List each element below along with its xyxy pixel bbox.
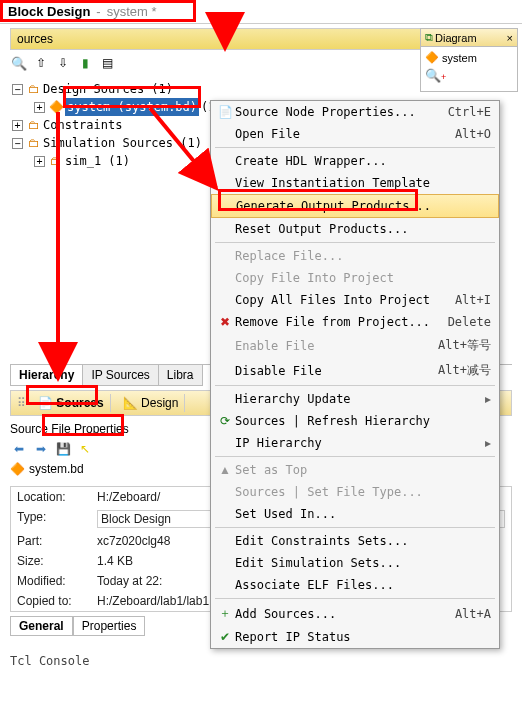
bd-icon: 🔶 [49,98,63,116]
refresh-icon: ⟳ [215,414,235,428]
ctx-report-ip-status[interactable]: ✔Report IP Status [211,626,499,648]
diagram-tab[interactable]: ⧉ Diagram × [421,29,517,47]
zoom-icon[interactable]: 🔍+ [425,68,446,83]
ctx-copy-into-project: Copy File Into Project [211,267,499,289]
prop-part-label: Part: [17,534,97,548]
properties-file-name: system.bd [29,462,84,476]
ctx-open-file[interactable]: Open FileAlt+O [211,123,499,145]
folder-icon: 🗀 [27,116,41,134]
bd-icon: 🔶 [10,462,25,476]
bd-icon: 🔶 [425,51,439,64]
ctx-refresh-hierarchy[interactable]: ⟳Sources | Refresh Hierarchy [211,410,499,432]
ctx-copy-all-files[interactable]: Copy All Files Into ProjectAlt+I [211,289,499,311]
ctx-edit-constraints[interactable]: Edit Constraints Sets... [211,530,499,552]
collapse-toggle[interactable]: − [12,138,23,149]
expand-toggle[interactable]: + [34,102,45,113]
remove-icon: ✖ [215,315,235,329]
separator [215,598,495,599]
folder-icon: 🗀 [27,80,41,98]
diagram-system-label: system [442,52,477,64]
diagram-tab-label: Diagram [435,32,477,44]
tree-label-selected: system (system.bd) [65,98,199,116]
ctx-associate-elf[interactable]: Associate ELF Files... [211,574,499,596]
ctx-remove-file[interactable]: ✖Remove File from Project...Delete [211,311,499,333]
expand-icon[interactable]: ⇩ [54,54,72,72]
prop-copied-label: Copied to: [17,594,97,608]
properties-icon: 📄 [215,105,235,119]
ctx-add-sources[interactable]: ＋Add Sources...Alt+A [211,601,499,626]
save-icon[interactable]: 💾 [54,440,72,458]
tree-label: Simulation Sources (1) [43,134,202,152]
tree-label: Constraints [43,116,122,134]
search-icon[interactable]: 🔍 [10,54,28,72]
diagram-icon: ⧉ [425,31,433,44]
tab-ip-sources[interactable]: IP Sources [82,365,158,386]
tab-libraries[interactable]: Libra [158,365,203,386]
context-menu: 📄Source Node Properties...Ctrl+E Open Fi… [210,100,500,649]
close-icon[interactable]: × [507,32,513,44]
folder-icon: 🗀 [27,134,41,152]
ctx-disable-file[interactable]: Disable FileAlt+减号 [211,358,499,383]
diagram-panel: ⧉ Diagram × 🔶 system 🔍+ [420,28,518,92]
prop-size-label: Size: [17,554,97,568]
ctx-source-node-properties[interactable]: 📄Source Node Properties...Ctrl+E [211,101,499,123]
tcl-console-label: Tcl Console [10,654,512,668]
dash: - [96,4,100,19]
expand-toggle[interactable]: + [12,120,23,131]
ctx-edit-simulation[interactable]: Edit Simulation Sets... [211,552,499,574]
tab-sources[interactable]: 📄 Sources [32,394,111,412]
sources-panel-title: ources [17,32,53,46]
separator [215,527,495,528]
options-icon[interactable]: ▤ [98,54,116,72]
title-bar: Block Design - system * [0,0,522,24]
separator [215,385,495,386]
separator [215,456,495,457]
separator [215,242,495,243]
ctx-replace-file: Replace File... [211,245,499,267]
prop-location-label: Location: [17,490,97,504]
ctx-enable-file: Enable FileAlt+等号 [211,333,499,358]
tree-label: sim_1 (1) [65,152,130,170]
forward-icon[interactable]: ➡ [32,440,50,458]
app-title: Block Design [8,4,90,19]
add-icon[interactable]: ▮ [76,54,94,72]
ctx-view-instantiation[interactable]: View Instantiation Template [211,172,499,194]
ctx-set-used-in[interactable]: Set Used In... [211,503,499,525]
report-icon: ✔ [215,630,235,644]
pointer-icon[interactable]: ↖ [76,440,94,458]
back-icon[interactable]: ⬅ [10,440,28,458]
tab-design[interactable]: 📐 Design [117,394,186,412]
tab-properties[interactable]: Properties [73,616,146,636]
ctx-create-hdl-wrapper[interactable]: Create HDL Wrapper... [211,150,499,172]
file-name: system * [107,4,157,19]
ctx-hierarchy-update[interactable]: Hierarchy Update▸ [211,388,499,410]
ctx-generate-output-products[interactable]: Generate Output Products... [211,194,499,218]
ctx-set-file-type: Sources | Set File Type... [211,481,499,503]
expand-toggle[interactable]: + [34,156,45,167]
diagram-system-row[interactable]: 🔶 system [425,51,513,64]
tree-label: Design Sources (1) [43,80,173,98]
tab-general[interactable]: General [10,616,73,636]
top-icon: ▲ [215,463,235,477]
ctx-set-as-top: ▲Set as Top [211,459,499,481]
collapse-icon[interactable]: ⇧ [32,54,50,72]
ctx-reset-output-products[interactable]: Reset Output Products... [211,218,499,240]
ctx-ip-hierarchy[interactable]: IP Hierarchy▸ [211,432,499,454]
separator [215,147,495,148]
tab-hierarchy[interactable]: Hierarchy [10,365,83,386]
collapse-toggle[interactable]: − [12,84,23,95]
prop-type-label: Type: [17,510,97,528]
grip-icon: ⠿ [17,396,26,410]
prop-modified-label: Modified: [17,574,97,588]
submenu-arrow-icon: ▸ [485,436,491,450]
folder-icon: 🗀 [49,152,63,170]
submenu-arrow-icon: ▸ [485,392,491,406]
add-icon: ＋ [215,605,235,622]
